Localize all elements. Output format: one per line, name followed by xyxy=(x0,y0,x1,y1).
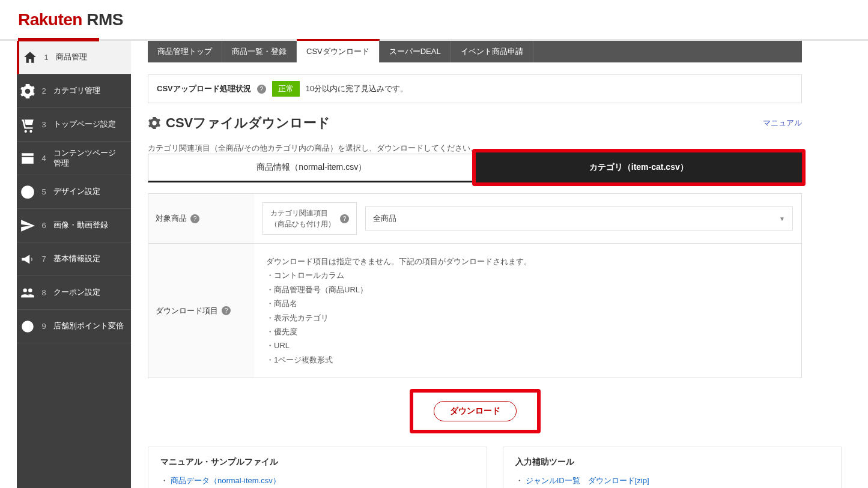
sidebar-item-contents[interactable]: 4 コンテンツページ 管理 xyxy=(17,142,131,175)
sidebar-num: 2 xyxy=(39,86,49,95)
sidebar-label: カテゴリ管理 xyxy=(53,86,100,96)
sidebar-label: トップページ設定 xyxy=(53,119,116,130)
page-title: CSVファイルダウンロード xyxy=(148,114,330,132)
dl-item: ・商品名 xyxy=(266,297,532,310)
main-content: 商品管理トップ 商品一覧・登録 CSVダウンロード スーパーDEAL イベント商… xyxy=(131,41,868,488)
help-icon[interactable]: ? xyxy=(190,214,199,223)
gear-icon xyxy=(20,83,35,99)
link-genre-id-zip[interactable]: ジャンルID一覧 ダウンロード[zip] xyxy=(526,476,649,485)
sidebar-label: デザイン設定 xyxy=(53,187,100,197)
chevron-down-icon: ▼ xyxy=(779,215,785,222)
manual-link[interactable]: マニュアル xyxy=(763,118,802,128)
dl-item: ・表示先カテゴリ xyxy=(266,311,532,325)
file-tab-normal-item[interactable]: 商品情報（normal-item.csv） xyxy=(148,154,476,182)
users-icon xyxy=(20,285,35,301)
tab-super-deal[interactable]: スーパーDEAL xyxy=(380,41,451,62)
brand-logo: Rakuten RMS xyxy=(18,10,123,29)
sidebar-num: 7 xyxy=(39,255,49,264)
sidebar-item-design[interactable]: 5 デザイン設定 xyxy=(17,175,131,209)
status-label: CSVアップロード処理状況 xyxy=(157,83,251,94)
cart-icon xyxy=(20,117,35,133)
tab-bar: 商品管理トップ 商品一覧・登録 CSVダウンロード スーパーDEAL イベント商… xyxy=(148,41,802,62)
tab-event-apply[interactable]: イベント商品申請 xyxy=(451,41,533,62)
panel-label-dl-text: ダウンロード項目 xyxy=(156,306,218,316)
sidebar-item-points[interactable]: 9 店舗別ポイント変倍 xyxy=(17,310,131,343)
sidebar-num: 5 xyxy=(39,187,49,196)
sidebar-item-image[interactable]: 6 画像・動画登録 xyxy=(17,209,131,242)
subbox-text: カテゴリ関連項目 （商品ひも付け用） xyxy=(270,208,335,229)
status-badge: 正常 xyxy=(272,81,300,97)
tab-csv-download[interactable]: CSVダウンロード xyxy=(297,39,380,62)
gear-icon xyxy=(148,116,161,130)
list-item: ・商品データ（normal-item.csv） xyxy=(160,474,475,487)
status-bar: CSVアップロード処理状況 ? 正常 10分以内に完了見込みです。 xyxy=(148,74,802,103)
panel-label-target-text: 対象商品 xyxy=(156,213,187,224)
sidebar-item-basic[interactable]: 7 基本情報設定 xyxy=(17,242,131,276)
category-relation-subbox: カテゴリ関連項目 （商品ひも付け用） ? xyxy=(263,202,357,235)
sidebar-num: 8 xyxy=(39,288,49,297)
sidebar: 1 商品管理 2 カテゴリ管理 3 トップページ設定 4 コンテンツページ 管理… xyxy=(17,41,131,488)
sidebar-num: 3 xyxy=(39,120,49,129)
pie-icon xyxy=(20,184,35,200)
home-icon xyxy=(22,50,38,65)
sidebar-label: 商品管理 xyxy=(56,52,87,62)
dl-item: ・URL xyxy=(266,339,532,352)
sidebar-label: 店舗別ポイント変倍 xyxy=(53,321,124,331)
sidebar-item-toppage[interactable]: 3 トップページ設定 xyxy=(17,108,131,142)
highlight-category-tab: カテゴリ（item-cat.csv） xyxy=(472,149,806,186)
sidebar-label: 画像・動画登録 xyxy=(53,220,108,230)
download-button[interactable]: ダウンロード xyxy=(434,401,517,421)
brand-part2: RMS xyxy=(82,10,123,29)
dl-item: ・優先度 xyxy=(266,325,532,339)
settings-panel: 対象商品 ? カテゴリ関連項目 （商品ひも付け用） ? 全商品 ▼ xyxy=(148,193,802,378)
panel-label-target: 対象商品 ? xyxy=(148,194,254,243)
sidebar-num: 6 xyxy=(39,221,49,230)
help-icon[interactable]: ? xyxy=(340,214,349,223)
card-title: マニュアル・サンプルファイル xyxy=(160,457,475,468)
header: Rakuten RMS xyxy=(0,0,868,41)
tab-product-top[interactable]: 商品管理トップ xyxy=(148,41,222,62)
select-value: 全商品 xyxy=(373,213,396,224)
help-icon[interactable]: ? xyxy=(222,306,231,315)
download-items-list: ダウンロード項目は指定できません。下記の項目がダウンロードされます。 ・コントロ… xyxy=(263,252,535,369)
sidebar-num: 1 xyxy=(41,53,51,62)
sidebar-num: 9 xyxy=(39,322,49,331)
sidebar-num: 4 xyxy=(39,154,49,163)
link-normal-item-csv[interactable]: 商品データ（normal-item.csv） xyxy=(171,476,281,485)
tab-product-list[interactable]: 商品一覧・登録 xyxy=(222,41,297,62)
highlight-download-button: ダウンロード xyxy=(410,389,541,433)
window-icon xyxy=(20,151,35,166)
help-icon[interactable]: ? xyxy=(257,85,266,94)
panel-label-dlitems: ダウンロード項目 ? xyxy=(148,244,254,378)
card-title: 入力補助ツール xyxy=(515,457,830,468)
coin-icon xyxy=(20,319,35,334)
dl-intro: ダウンロード項目は指定できません。下記の項目がダウンロードされます。 xyxy=(266,255,532,268)
send-icon xyxy=(20,218,35,233)
dl-item: ・コントロールカラム xyxy=(266,268,532,282)
file-tabs: 商品情報（normal-item.csv） カテゴリ（item-cat.csv） xyxy=(148,154,802,182)
sidebar-item-coupon[interactable]: 8 クーポン設定 xyxy=(17,276,131,310)
sidebar-label: コンテンツページ 管理 xyxy=(53,148,116,169)
megaphone-icon xyxy=(20,252,35,267)
sidebar-item-product-mgmt[interactable]: 1 商品管理 xyxy=(17,41,131,74)
brand-underline xyxy=(18,38,99,41)
dl-item: ・1ページ複数形式 xyxy=(266,353,532,367)
sidebar-label: クーポン設定 xyxy=(53,288,100,298)
brand-part1: Rakuten xyxy=(18,10,82,29)
file-tab-item-cat[interactable]: カテゴリ（item-cat.csv） xyxy=(476,152,803,182)
list-item: ・ジャンルID一覧 ダウンロード[zip] xyxy=(515,474,830,487)
page-title-text: CSVファイルダウンロード xyxy=(166,114,330,132)
card-manual-samples: マニュアル・サンプルファイル ・商品データ（normal-item.csv） ・… xyxy=(148,447,487,488)
sidebar-label: 基本情報設定 xyxy=(53,254,100,264)
card-input-tools: 入力補助ツール ・ジャンルID一覧 ダウンロード[zip] xyxy=(503,447,842,488)
dl-item: ・商品管理番号（商品URL） xyxy=(266,283,532,297)
status-text: 10分以内に完了見込みです。 xyxy=(306,83,408,94)
target-product-select[interactable]: 全商品 ▼ xyxy=(365,206,793,230)
svg-point-0 xyxy=(22,321,34,333)
sidebar-item-category-mgmt[interactable]: 2 カテゴリ管理 xyxy=(17,74,131,108)
